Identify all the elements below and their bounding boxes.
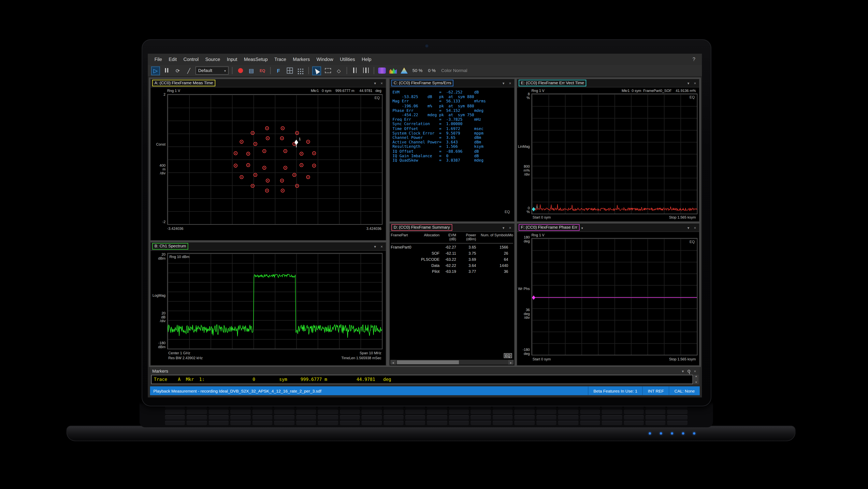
preset-dropdown[interactable]: Default ▾	[195, 66, 229, 75]
markers-table[interactable]: Trace A Mkr 1: 0 sym 999.6777 m 44.9781 …	[151, 375, 693, 384]
horizontal-scrollbar[interactable]: ◄ ►	[390, 360, 514, 365]
summary-row[interactable]: SOF-62.113.7526	[391, 250, 513, 256]
readout-line: ResultLength = 1.566 ksym	[393, 145, 513, 149]
summary-row[interactable]: Pilot-63.193.7736	[391, 269, 513, 275]
menu-utilities[interactable]: Utilities	[337, 55, 359, 63]
scroll-right-icon[interactable]: ►	[508, 360, 514, 365]
layout-grid-button[interactable]	[285, 66, 294, 75]
trace-layout-button[interactable]	[296, 66, 305, 75]
chevron-down-icon[interactable]: ▾	[373, 244, 378, 249]
scrollbar-track[interactable]	[396, 360, 508, 365]
summary-column-header[interactable]: FramePart	[391, 233, 416, 243]
cone-display-button[interactable]	[400, 66, 408, 75]
chevron-down-icon[interactable]: ▾	[686, 81, 691, 85]
key	[493, 410, 513, 414]
key	[187, 415, 207, 420]
help-icon[interactable]: ?	[689, 56, 699, 62]
phase-display-button[interactable]	[378, 66, 386, 75]
restart-button[interactable]: ⟳	[173, 66, 182, 75]
phase-err-plot[interactable]: EQ	[531, 238, 698, 356]
spectrogram-button[interactable]	[389, 66, 398, 75]
eq-status-button[interactable]: EQ	[258, 66, 267, 75]
marker-diamond[interactable]	[294, 140, 298, 145]
marker-row[interactable]: Trace A Mkr 1: 0 sym 999.6777 m 44.9781 …	[152, 377, 391, 382]
chevron-down-icon[interactable]: ▾	[686, 225, 691, 230]
scroll-down-icon[interactable]: ▼	[695, 381, 698, 384]
color-mode-label[interactable]: Color Normal	[439, 68, 469, 73]
chevron-down-icon[interactable]: ▾	[501, 225, 506, 230]
offset-percent-value[interactable]: 0 %	[426, 68, 437, 73]
int-ref-badge[interactable]: INT REF	[642, 387, 669, 395]
menu-window[interactable]: Window	[313, 55, 337, 63]
cal-badge[interactable]: CAL: None	[669, 387, 700, 395]
scroll-up-icon[interactable]: ▲	[695, 375, 698, 378]
close-icon[interactable]: ×	[379, 244, 384, 249]
transparency-value[interactable]: 50 %	[411, 68, 424, 73]
marker-tool-button[interactable]: ◇	[334, 66, 343, 75]
menu-trace[interactable]: Trace	[271, 55, 289, 63]
y-axis-scale: 20 dB /div	[151, 312, 165, 323]
play-button[interactable]: ▷	[151, 66, 160, 75]
vertical-scrollbar[interactable]: ▲ ▼	[693, 375, 699, 384]
summary-column-header[interactable]: EVM (dB)	[439, 233, 456, 243]
y-axis-name: LogMag	[151, 294, 165, 298]
panel-d-title[interactable]: D: (CC0) FlexFrame Summary	[392, 224, 452, 231]
panel-e-title[interactable]: E: (CC0) FlexFrame Err Vect Time	[519, 80, 586, 86]
marker-diamond[interactable]	[532, 296, 535, 300]
menu-input[interactable]: Input	[223, 55, 241, 63]
summary-column-header[interactable]: Num. of Symbols	[476, 233, 508, 243]
trace-select-caret-icon[interactable]: ▾	[581, 225, 583, 230]
panel-c-title[interactable]: C: (CC0) FlexFrame Syms/Errs	[392, 80, 454, 86]
close-icon[interactable]: ×	[379, 81, 384, 85]
pause-button[interactable]	[162, 66, 171, 75]
key	[405, 421, 425, 425]
res-bw-label: Res BW 2.43902 kHz	[168, 356, 203, 360]
record-button[interactable]	[236, 66, 245, 75]
menu-help[interactable]: Help	[359, 55, 375, 63]
zoom-select-button[interactable]	[323, 66, 332, 75]
summary-row[interactable]: PLSCODE-63.223.6964	[391, 256, 513, 262]
offset-markers-button[interactable]	[362, 66, 370, 75]
scroll-left-icon[interactable]: ◄	[390, 360, 396, 365]
f-hardkey-button[interactable]: F	[274, 66, 283, 75]
panel-a-title[interactable]: A: (CC0) FlexFrame Meas Time	[152, 80, 215, 86]
pointer-tool-button[interactable]	[312, 66, 321, 75]
recording-file-button[interactable]: ▤	[247, 66, 256, 75]
key	[493, 421, 513, 425]
pin-icon[interactable]	[687, 369, 690, 372]
menu-file[interactable]: File	[151, 55, 165, 63]
err-vect-plot[interactable]: EQ 1	[531, 93, 698, 214]
y-axis-top-label: 8 %	[517, 93, 530, 100]
summary-column-header[interactable]: Power (dBm)	[456, 233, 476, 243]
beta-features-badge[interactable]: Beta Features In Use: 1	[588, 387, 642, 395]
readout-line: IQ Gain Imbalance = 0 dB	[393, 154, 513, 158]
marker-diamond[interactable]	[532, 207, 535, 211]
band-markers-button[interactable]	[350, 66, 359, 75]
summary-column-header[interactable]: Allocation	[416, 233, 439, 243]
menu-edit[interactable]: Edit	[165, 55, 180, 63]
menu-source[interactable]: Source	[202, 55, 223, 63]
close-icon[interactable]: ×	[692, 81, 698, 85]
close-icon[interactable]: ×	[507, 81, 513, 85]
summary-row[interactable]: FramePart0-62.273.651566	[391, 244, 513, 250]
menu-control[interactable]: Control	[180, 55, 202, 63]
chevron-down-icon[interactable]: ▾	[680, 368, 685, 373]
chevron-down-icon[interactable]: ▾	[373, 81, 378, 85]
panel-b-title[interactable]: B: Ch1 Spectrum	[152, 243, 188, 250]
constellation-plot[interactable]: EQ 1	[167, 94, 382, 225]
summary-row[interactable]: Data-62.223.641440	[391, 262, 513, 269]
scrollbar-thumb[interactable]	[397, 360, 459, 364]
chevron-down-icon[interactable]: ▾	[501, 81, 506, 85]
summary-cell: 3.77	[456, 270, 476, 274]
menu-markers[interactable]: Markers	[289, 55, 313, 63]
close-icon[interactable]: ×	[692, 368, 698, 373]
single-sweep-button[interactable]: ╱	[184, 66, 193, 75]
summary-column-header[interactable]: Mo	[508, 233, 513, 243]
close-icon[interactable]: ×	[692, 225, 698, 230]
menu-meassetup[interactable]: MeasSetup	[241, 55, 271, 63]
readout-line: -196.06 m% pk at sym 880	[393, 104, 513, 108]
close-icon[interactable]: ×	[507, 225, 513, 230]
spectrum-plot[interactable]: Rng 10 dBm	[167, 253, 382, 349]
center-freq-label: Center 1 GHz	[168, 351, 190, 355]
panel-f-title[interactable]: F: (CC0) FlexFrame Phase Err	[519, 224, 580, 231]
